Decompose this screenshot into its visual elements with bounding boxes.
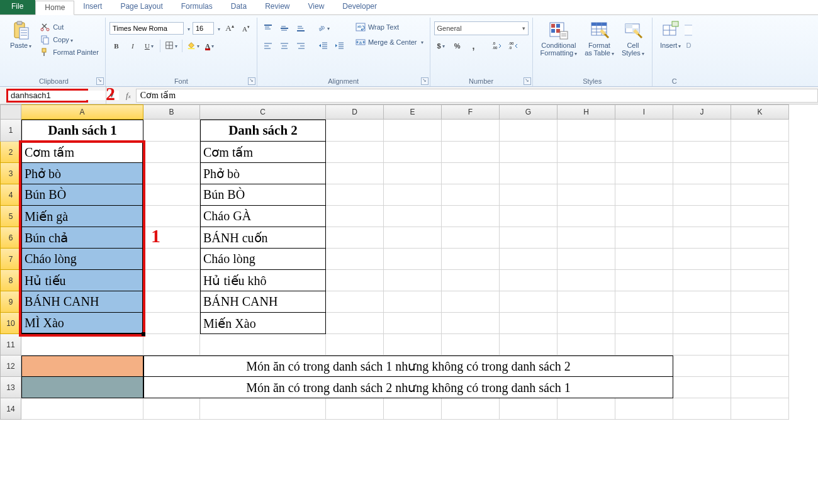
borders-button[interactable] (164, 39, 178, 53)
cell-A6[interactable]: Bún chả (21, 227, 143, 249)
col-header-B[interactable]: B (143, 104, 200, 120)
cell-C6[interactable]: BÁNH cuốn (200, 227, 326, 249)
cell-F11[interactable] (442, 334, 500, 356)
cell-K8[interactable] (731, 270, 789, 291)
cell-G5[interactable] (500, 206, 557, 227)
cell-I5[interactable] (615, 206, 673, 227)
cell-E10[interactable] (384, 313, 442, 334)
cell-B8[interactable] (143, 270, 200, 291)
cell-F3[interactable] (442, 163, 500, 184)
align-center-button[interactable] (277, 39, 291, 53)
cell-J10[interactable] (673, 313, 731, 334)
orientation-button[interactable]: ab (317, 21, 330, 35)
cell-G8[interactable] (500, 270, 557, 291)
cell-G7[interactable] (500, 249, 557, 270)
cell-E2[interactable] (384, 142, 442, 163)
clipboard-dialog-launcher[interactable]: ↘ (96, 77, 104, 85)
cell-I2[interactable] (615, 142, 673, 163)
shrink-font-button[interactable]: A▾ (239, 21, 253, 35)
row-header-14[interactable]: 14 (0, 398, 21, 420)
col-header-J[interactable]: J (673, 104, 731, 120)
row-header-10[interactable]: 10 (0, 313, 21, 334)
cell-D3[interactable] (326, 163, 384, 184)
cell-G6[interactable] (500, 227, 557, 249)
cell-J3[interactable] (673, 163, 731, 184)
cell-J14[interactable] (673, 398, 731, 420)
row-header-12[interactable]: 12 (0, 356, 21, 377)
cell-J1[interactable] (673, 120, 731, 142)
cell-B7[interactable] (143, 249, 200, 270)
tab-data[interactable]: Data (222, 0, 256, 14)
cell-I7[interactable] (615, 249, 673, 270)
align-top-button[interactable] (261, 21, 275, 35)
cell-A5[interactable]: Miến gà (21, 206, 143, 227)
cell-K10[interactable] (731, 313, 789, 334)
tab-developer[interactable]: Developer (333, 0, 386, 14)
cell-J2[interactable] (673, 142, 731, 163)
name-box[interactable] (8, 91, 119, 100)
cell-J9[interactable] (673, 291, 731, 313)
row-header-6[interactable]: 6 (0, 227, 21, 249)
tab-page-layout[interactable]: Page Layout (111, 0, 172, 14)
cell-K7[interactable] (731, 249, 789, 270)
cell-K14[interactable] (731, 398, 789, 420)
cell-B5[interactable] (143, 206, 200, 227)
cell-A7[interactable]: Cháo lòng (21, 249, 143, 270)
cell-E9[interactable] (384, 291, 442, 313)
cell-F4[interactable] (442, 184, 500, 206)
number-dialog-launcher[interactable]: ↘ (524, 77, 531, 85)
copy-button[interactable]: Copy (38, 34, 101, 45)
cell-G11[interactable] (500, 334, 557, 356)
cell-C11[interactable] (200, 334, 326, 356)
wrap-text-button[interactable]: ab Wrap Text (353, 21, 426, 33)
cell-D4[interactable] (326, 184, 384, 206)
cell-F1[interactable] (442, 120, 500, 142)
align-middle-button[interactable] (277, 21, 291, 35)
cell-B1[interactable] (143, 120, 200, 142)
cell-C9[interactable]: BÁNH CANH (200, 291, 326, 313)
cell-K2[interactable] (731, 142, 789, 163)
col-header-G[interactable]: G (500, 104, 557, 120)
cell-I10[interactable] (615, 313, 673, 334)
col-header-E[interactable]: E (384, 104, 442, 120)
col-header-D[interactable]: D (326, 104, 384, 120)
cell-C2[interactable]: Cơm tấm (200, 142, 326, 163)
cell-I9[interactable] (615, 291, 673, 313)
cell-A1[interactable]: Danh sách 1 (21, 120, 143, 142)
select-all-corner[interactable] (0, 104, 21, 120)
row-header-9[interactable]: 9 (0, 291, 21, 313)
cell-F14[interactable] (442, 398, 500, 420)
cell-D11[interactable] (326, 334, 384, 356)
cell-F10[interactable] (442, 313, 500, 334)
cell-I1[interactable] (615, 120, 673, 142)
row-header-8[interactable]: 8 (0, 270, 21, 291)
cell-A12[interactable] (21, 356, 143, 377)
cell-E1[interactable] (384, 120, 442, 142)
format-as-table-button[interactable]: Format as Table (581, 19, 618, 73)
align-right-button[interactable] (294, 39, 308, 53)
decrease-decimal-button[interactable]: .00.0 (506, 39, 520, 53)
cell-J12[interactable] (673, 356, 731, 377)
fill-color-button[interactable] (186, 39, 200, 53)
cell-H14[interactable] (557, 398, 615, 420)
tab-file[interactable]: File (0, 0, 35, 14)
cell-D1[interactable] (326, 120, 384, 142)
font-size-combo[interactable] (193, 22, 214, 35)
align-bottom-button[interactable] (294, 21, 308, 35)
cell-D7[interactable] (326, 249, 384, 270)
cell-B14[interactable] (143, 398, 200, 420)
cell-D2[interactable] (326, 142, 384, 163)
delete-cells-button[interactable]: D (685, 19, 692, 73)
cell-G1[interactable] (500, 120, 557, 142)
insert-cells-button[interactable]: Insert (656, 19, 685, 73)
formula-bar[interactable] (136, 89, 818, 103)
cell-B9[interactable] (143, 291, 200, 313)
accounting-format-button[interactable]: $ (434, 39, 448, 53)
cell-A3[interactable]: Phở bò (21, 163, 143, 184)
cell-B11[interactable] (143, 334, 200, 356)
cell-K4[interactable] (731, 184, 789, 206)
cell-D8[interactable] (326, 270, 384, 291)
cell-E14[interactable] (384, 398, 442, 420)
cell-F5[interactable] (442, 206, 500, 227)
cell-D6[interactable] (326, 227, 384, 249)
